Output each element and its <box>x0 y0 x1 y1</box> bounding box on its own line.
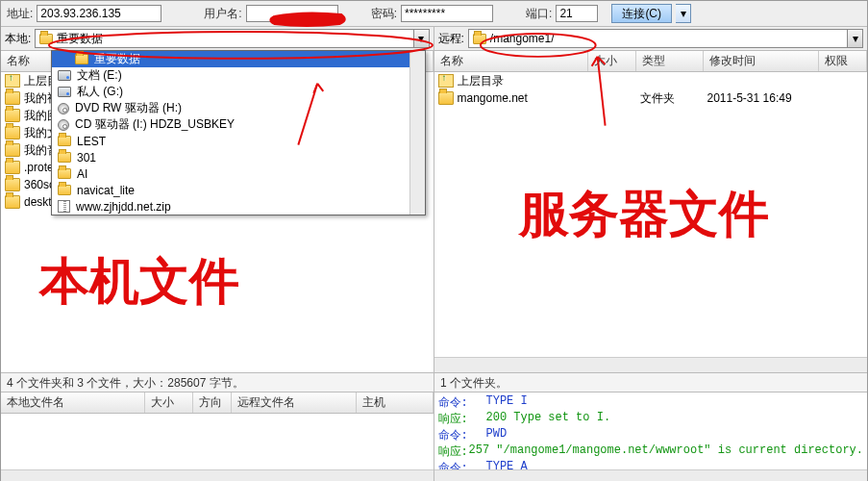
address-input[interactable] <box>37 5 161 22</box>
log-line: 命令:PWD <box>438 427 864 443</box>
queue-hscroll[interactable] <box>1 469 434 481</box>
folder-icon <box>58 136 71 146</box>
remote-panel: 远程: /mangome1/ ▾ 名称 大小 类型 修改时间 权限 上层目录ma… <box>434 27 868 372</box>
dropdown-scrollbar[interactable] <box>409 51 425 215</box>
col-type[interactable]: 类型 <box>636 51 704 71</box>
col-name[interactable]: 名称 <box>1 51 59 71</box>
folder-icon <box>5 195 20 209</box>
dropdown-item[interactable]: 私人 (G:) <box>52 84 425 100</box>
folder-up-icon <box>5 74 20 88</box>
dropdown-item[interactable]: 301 <box>52 149 425 165</box>
dropdown-item[interactable]: CD 驱动器 (I:) HDZB_USBKEY <box>52 116 425 133</box>
username-label: 用户名: <box>204 6 241 22</box>
address-label: 地址: <box>7 6 33 22</box>
cd-icon <box>58 119 69 131</box>
dropdown-item[interactable]: 重要数据 <box>52 51 425 67</box>
col-host[interactable]: 主机 <box>357 392 434 413</box>
remote-pathbar: 远程: /mangome1/ ▾ <box>434 27 868 51</box>
local-pathbar: 本地: 重要数据 ▾ <box>1 27 434 51</box>
col-size[interactable]: 大小 <box>145 392 193 413</box>
log-line: 响应:257 "/mangome1/mangome.net/wwwroot" i… <box>438 443 864 460</box>
remote-path-text: /mangome1/ <box>490 32 555 45</box>
drive-icon <box>58 70 71 81</box>
local-status: 4 个文件夹和 3 个文件，大小：285607 字节。 <box>1 373 434 392</box>
log-line: 命令:TYPE I <box>438 394 864 411</box>
folder-icon <box>5 126 20 139</box>
cd-icon <box>58 103 69 114</box>
remote-file-list[interactable]: 上层目录mangome.net文件夹2011-5-31 16:49 <box>434 72 868 357</box>
col-localfile[interactable]: 本地文件名 <box>1 392 145 413</box>
folder-icon <box>473 34 486 44</box>
split-panels: 本地: 重要数据 ▾ 名称 大小 上层目我的视我的图我的文我的音.prote36… <box>1 27 867 373</box>
zip-icon <box>58 200 70 213</box>
password-input[interactable] <box>401 5 493 22</box>
folder-icon <box>58 152 71 163</box>
log-hscroll[interactable] <box>434 469 868 481</box>
remote-list-header: 名称 大小 类型 修改时间 权限 <box>434 51 868 72</box>
chevron-down-icon[interactable]: ▾ <box>847 30 862 47</box>
port-label: 端口: <box>526 6 552 22</box>
connection-bar: 地址: 用户名: 密码: 端口: 连接(C) ▾ <box>1 1 867 27</box>
remote-status: 1 个文件夹。 <box>434 373 867 392</box>
col-perm[interactable]: 权限 <box>819 51 868 71</box>
local-path-combo[interactable]: 重要数据 ▾ <box>35 29 429 48</box>
local-path-dropdown[interactable]: 重要数据文档 (E:)私人 (G:)DVD RW 驱动器 (H:)CD 驱动器 … <box>51 50 426 215</box>
col-remotefile[interactable]: 远程文件名 <box>232 392 357 413</box>
folder-icon <box>5 161 20 174</box>
dropdown-item[interactable]: AI <box>52 165 425 182</box>
port-input[interactable] <box>556 5 598 22</box>
dropdown-item[interactable]: navicat_lite <box>52 182 425 198</box>
remote-path-combo[interactable]: /mangome1/ ▾ <box>468 29 863 48</box>
log-line: 命令:TYPE A <box>438 460 864 469</box>
col-dir[interactable]: 方向 <box>193 392 232 413</box>
col-mtime[interactable]: 修改时间 <box>704 51 819 71</box>
folder-icon <box>5 143 20 157</box>
folder-icon <box>438 91 454 105</box>
log-view[interactable]: 命令:TYPE I响应:200 Type set to I.命令:PWD响应:2… <box>434 392 868 469</box>
drive-icon <box>58 87 71 97</box>
folder-icon <box>75 54 88 64</box>
folder-up-icon <box>438 74 454 88</box>
dropdown-item[interactable]: LEST <box>52 133 425 149</box>
list-item[interactable]: 上层目录 <box>434 72 868 89</box>
queue-list[interactable] <box>1 414 434 469</box>
log-panel: 命令:TYPE I响应:200 Type set to I.命令:PWD响应:2… <box>434 392 868 481</box>
remote-hscroll[interactable] <box>434 357 868 372</box>
local-label: 本地: <box>5 31 31 47</box>
bottom-split: 本地文件名 大小 方向 远程文件名 主机 命令:TYPE I响应:200 Typ… <box>1 392 867 481</box>
dropdown-item[interactable]: www.zjhjdd.net.zip <box>52 198 425 215</box>
dropdown-item[interactable]: DVD RW 驱动器 (H:) <box>52 100 425 116</box>
remote-label: 远程: <box>438 31 464 47</box>
folder-icon <box>5 109 20 122</box>
log-line: 响应:200 Type set to I. <box>438 411 864 427</box>
queue-header: 本地文件名 大小 方向 远程文件名 主机 <box>1 392 434 414</box>
folder-icon <box>5 91 20 105</box>
folder-icon <box>5 178 20 191</box>
chevron-down-icon[interactable]: ▾ <box>413 30 429 47</box>
local-path-text: 重要数据 <box>57 31 103 47</box>
local-panel: 本地: 重要数据 ▾ 名称 大小 上层目我的视我的图我的文我的音.prote36… <box>1 27 434 372</box>
connect-button[interactable]: 连接(C) <box>611 4 672 23</box>
folder-icon <box>58 168 71 179</box>
username-input[interactable] <box>246 5 338 22</box>
queue-panel: 本地文件名 大小 方向 远程文件名 主机 <box>1 392 434 481</box>
list-item[interactable]: mangome.net文件夹2011-5-31 16:49 <box>434 89 868 107</box>
password-label: 密码: <box>371 6 397 22</box>
folder-icon <box>58 185 71 195</box>
ftp-client-window: 地址: 用户名: 密码: 端口: 连接(C) ▾ 本地: 重要数据 ▾ <box>0 0 868 481</box>
dropdown-item[interactable]: 文档 (E:) <box>52 67 425 84</box>
connect-dropdown-button[interactable]: ▾ <box>676 4 691 23</box>
col-size[interactable]: 大小 <box>588 51 636 71</box>
folder-icon <box>39 34 53 44</box>
col-name[interactable]: 名称 <box>434 51 588 71</box>
